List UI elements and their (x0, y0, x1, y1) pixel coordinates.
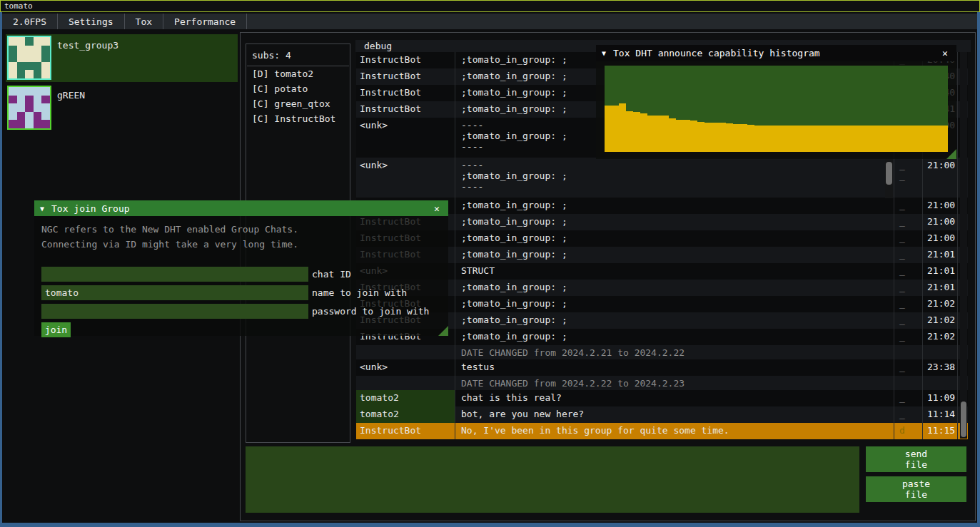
avatar-pixel (9, 103, 17, 112)
avatar-pixel (41, 46, 50, 54)
avatar-pixel (41, 70, 50, 78)
paste-file-button[interactable]: paste file (866, 476, 966, 502)
window-border-left (0, 12, 2, 527)
message-timestamp: 21:00 (923, 158, 958, 198)
join-field-row: name to join with (41, 285, 407, 300)
histogram-bar (619, 103, 626, 152)
menu-item-settings[interactable]: Settings (58, 14, 125, 29)
avatar-pixel (25, 70, 34, 78)
date-changed-row: DATE CHANGED from 2024.2.22 to 2024.2.23 (356, 376, 968, 390)
histogram-bar (926, 126, 934, 153)
avatar-pixel (41, 62, 50, 71)
message-status: _ _ (894, 280, 923, 296)
window-border-right (977, 12, 980, 527)
histogram-bar (855, 126, 862, 153)
message-text: STRUCT (455, 263, 894, 280)
histogram-bar (704, 123, 712, 152)
message-status: _ _ (894, 296, 923, 312)
dht-histogram-title: Tox DHT announce capability histogram (613, 48, 939, 58)
join-group-titlebar[interactable]: ▼ Tox join Group ✕ (34, 200, 448, 216)
message-text: No, I've been in this group for quite so… (455, 423, 894, 439)
message-row: tomato2bot, are you new here?_ _11:14 (356, 406, 968, 423)
member-list: [D] tomato2[C] potato[C] green_qtox[C] I… (246, 66, 350, 126)
group-name-label: test_group3 (57, 40, 118, 51)
avatar-pixel (9, 46, 17, 54)
close-icon[interactable]: ✕ (431, 203, 443, 214)
join-field-input-chat-id[interactable] (41, 267, 308, 282)
collapse-arrow-icon[interactable]: ▼ (40, 205, 44, 213)
message-status: _ _ (894, 312, 923, 329)
histogram-bar (655, 116, 662, 152)
avatar-pixel (17, 96, 26, 104)
join-group-body: NGC refers to the New DHT enabled Group … (34, 216, 448, 336)
avatar-pixel (25, 96, 34, 104)
avatar-pixel (9, 53, 17, 62)
avatar-pixel (34, 37, 42, 46)
close-icon[interactable]: ✕ (939, 48, 951, 58)
join-group-title: Tox join Group (51, 203, 431, 214)
avatar-pixel (9, 37, 17, 46)
message-text: ;tomato_in_group: ; (455, 230, 894, 247)
message-status: _ _ (894, 158, 923, 198)
histogram-bar (834, 126, 841, 153)
menu-item-2-0fps[interactable]: 2.0FPS (2, 14, 58, 29)
histogram-bar (754, 126, 762, 153)
message-input[interactable] (246, 446, 859, 513)
avatar-pixel (34, 46, 42, 54)
histogram-bar (912, 126, 919, 153)
members-count-label: subs: 4 (246, 44, 350, 66)
group-avatar (7, 86, 51, 130)
histogram-bar (819, 126, 826, 153)
resize-grip-icon[interactable] (438, 326, 448, 336)
collapse-arrow-icon[interactable]: ▼ (602, 49, 606, 57)
avatar-pixel (17, 103, 26, 112)
group-item-gREEN[interactable]: gREEN (6, 84, 238, 132)
message-status: _ _ (894, 247, 923, 263)
avatar-pixel (41, 103, 50, 112)
message-timestamp: 21:01 (923, 280, 958, 296)
histogram-bar (884, 126, 891, 153)
join-field-input-password-to-join-with[interactable] (41, 304, 308, 319)
resize-grip-icon[interactable] (946, 149, 956, 159)
message-status: _ _ (894, 359, 923, 376)
message-sender: <unk> (356, 158, 455, 198)
message-text: ;tomato_in_group: ; (455, 312, 894, 329)
avatar-pixel (41, 112, 50, 121)
window-titlebar[interactable]: tomato (0, 0, 980, 12)
message-text: ;tomato_in_group: ; (455, 247, 894, 263)
histogram-bar (841, 126, 848, 153)
chat-scrollbar-thumb[interactable] (961, 401, 966, 437)
member-item[interactable]: [C] potato (246, 81, 350, 96)
message-sender: tomato2 (356, 406, 455, 423)
menu-item-tox[interactable]: Tox (125, 14, 163, 29)
dht-histogram-window: ▼ Tox DHT announce capability histogram … (596, 45, 956, 159)
avatar-pixel (41, 120, 50, 128)
avatar-pixel (25, 53, 34, 62)
join-field-row: password to join with (41, 304, 429, 319)
message-row: InstructBotNo, I've been in this group f… (356, 423, 968, 439)
window-title: tomato (4, 1, 33, 11)
member-item[interactable]: [C] InstructBot (246, 111, 350, 126)
histogram-bar (612, 106, 619, 152)
chat-scrollbar-track[interactable] (960, 52, 967, 439)
histogram-bar (941, 126, 948, 153)
member-item[interactable]: [C] green_qtox (246, 96, 350, 111)
join-field-input-name-to-join-with[interactable] (41, 285, 308, 300)
group-item-test_group3[interactable]: test_group3 (6, 34, 238, 82)
message-text: ---- ;tomato_in_group: ; ---- (455, 158, 894, 198)
date-changed-row: DATE CHANGED from 2024.2.21 to 2024.2.22 (356, 345, 968, 359)
message-timestamp: 11:14 (923, 406, 958, 423)
menu-item-performance[interactable]: Performance (163, 14, 247, 29)
inner-scrollbar-thumb[interactable] (886, 162, 892, 185)
send-file-button[interactable]: send file (866, 446, 966, 472)
avatar-pixel (17, 87, 26, 96)
member-item[interactable]: [D] tomato2 (246, 66, 350, 81)
histogram-bar (776, 126, 783, 153)
dht-histogram-titlebar[interactable]: ▼ Tox DHT announce capability histogram … (596, 45, 956, 61)
message-timestamp: 21:00 (923, 230, 958, 247)
message-status: _ _ (894, 230, 923, 247)
join-button[interactable]: join (41, 322, 71, 337)
message-text: bot, are you new here? (455, 406, 894, 423)
avatar-pixel (25, 37, 34, 46)
histogram-bar (762, 126, 769, 153)
